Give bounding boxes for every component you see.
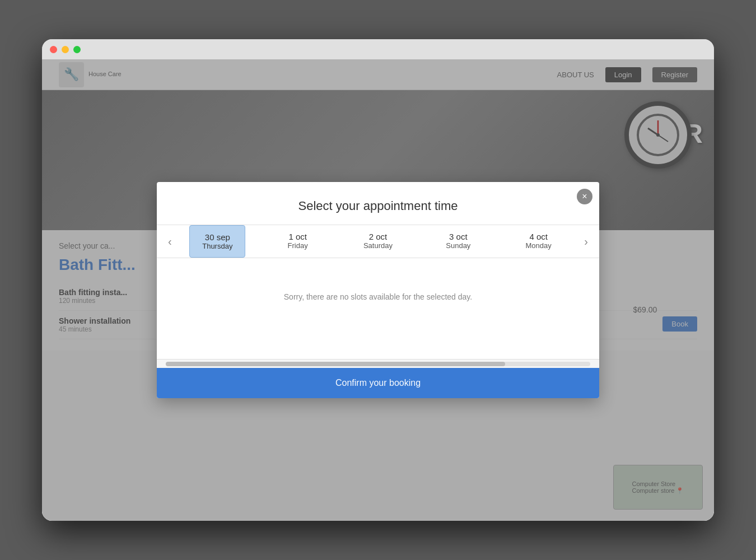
date-day-name-3: Sunday [441,241,475,250]
mac-window: 🔧 House Care ABOUT US Login Register AIR [42,39,714,521]
date-item-2[interactable]: 2 oct Saturday [350,225,406,258]
browser-content: 🔧 House Care ABOUT US Login Register AIR [42,59,714,521]
minimize-window-button[interactable] [62,46,69,53]
modal-close-button[interactable]: × [577,189,592,204]
date-prev-button[interactable]: ‹ [162,230,178,254]
scroll-thumb [166,362,505,366]
date-day-num-3: 3 oct [441,232,475,241]
date-next-button[interactable]: › [578,230,594,254]
date-day-num-2: 2 oct [361,232,395,241]
date-day-name-4: Monday [522,241,556,250]
titlebar [42,39,714,59]
date-item-1[interactable]: 1 oct Friday [270,225,326,258]
no-slots-area: Sorry, there are no slots available for … [157,258,599,359]
confirm-booking-button[interactable]: Confirm your booking [157,368,599,398]
date-day-num-1: 1 oct [281,232,315,241]
date-item-3[interactable]: 3 oct Sunday [430,225,486,258]
no-slots-message: Sorry, there are no slots available for … [284,292,472,301]
date-day-name-1: Friday [281,241,315,250]
date-day-name-2: Saturday [361,241,395,250]
date-day-name-0: Thursday [201,242,234,250]
date-day-num-4: 4 oct [522,232,556,241]
maximize-window-button[interactable] [73,46,81,53]
date-selector: ‹ 30 sep Thursday 1 oct Friday 2 oct [157,225,599,258]
horizontal-scrollbar[interactable] [157,359,599,368]
date-day-num-0: 30 sep [201,232,234,242]
date-item-4[interactable]: 4 oct Monday [511,225,567,258]
date-items-container: 30 sep Thursday 1 oct Friday 2 oct Satur… [178,225,579,258]
close-window-button[interactable] [50,46,57,53]
appointment-modal: × Select your appointment time ‹ 30 sep … [157,182,599,398]
scroll-track [166,362,590,366]
modal-title: Select your appointment time [157,182,599,225]
date-item-0[interactable]: 30 sep Thursday [189,225,245,258]
